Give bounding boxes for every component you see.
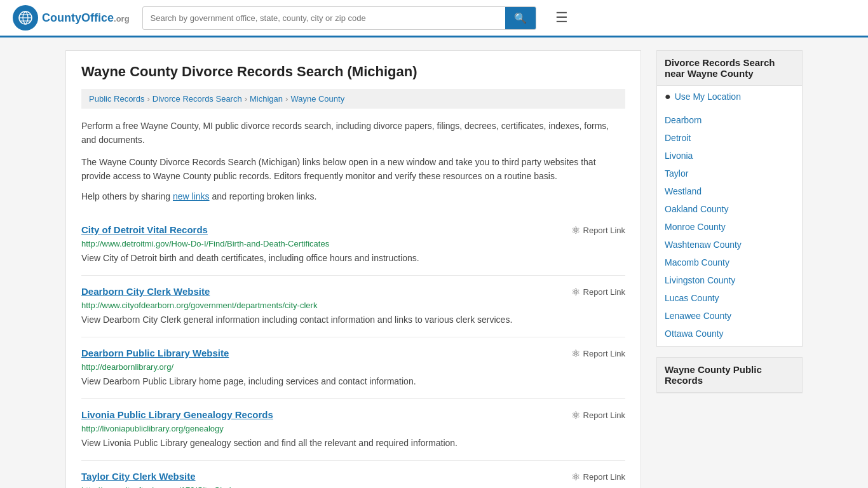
sidebar-nearby-link-1[interactable]: Detroit: [665, 133, 691, 143]
report-link-label: Report Link: [583, 287, 625, 297]
result-item: Dearborn Public Library Website ⚛ Report…: [81, 337, 625, 399]
sidebar-nearby-item-2[interactable]: Livonia: [657, 147, 802, 165]
breadcrumb-sep: ›: [147, 94, 149, 104]
report-icon: ⚛: [571, 224, 580, 236]
report-icon: ⚛: [571, 471, 580, 483]
site-logo[interactable]: CountyOffice.org: [13, 5, 130, 30]
new-links-link[interactable]: new links: [173, 191, 210, 201]
result-header: Taylor City Clerk Website ⚛ Report Link: [81, 471, 625, 483]
nearby-box: Divorce Records Search near Wayne County…: [656, 50, 803, 347]
page-title: Wayne County Divorce Records Search (Mic…: [81, 64, 625, 80]
result-url-4[interactable]: http://www.cityoftaylor.com/179/City-Cle…: [81, 485, 625, 488]
sidebar-nearby-link-7[interactable]: Washtenaw County: [665, 240, 742, 250]
report-link-label: Report Link: [583, 472, 625, 482]
sidebar-nearby-link-8[interactable]: Macomb County: [665, 257, 729, 268]
use-location-btn[interactable]: ● Use My Location: [657, 86, 802, 107]
report-link-label: Report Link: [583, 349, 625, 358]
breadcrumb-divorce-records[interactable]: Divorce Records Search: [153, 94, 242, 104]
sidebar-nearby-title: Divorce Records Search near Wayne County: [657, 51, 802, 86]
breadcrumb-michigan[interactable]: Michigan: [250, 94, 283, 104]
description1: Perform a free Wayne County, MI public d…: [81, 119, 625, 147]
sidebar-nearby-link-12[interactable]: Ottawa County: [665, 329, 724, 339]
logo-text: CountyOffice.org: [42, 11, 130, 25]
result-desc-3: View Livonia Public Library genealogy se…: [81, 437, 625, 450]
sidebar-nearby-item-3[interactable]: Taylor: [657, 165, 802, 182]
result-item: Dearborn City Clerk Website ⚛ Report Lin…: [81, 276, 625, 337]
result-title-3[interactable]: Livonia Public Library Genealogy Records: [81, 409, 273, 420]
sidebar-nearby-item-4[interactable]: Westland: [657, 182, 802, 200]
sidebar-nearby-link-10[interactable]: Lucas County: [665, 293, 719, 303]
sidebar-nearby-item-10[interactable]: Lucas County: [657, 289, 802, 307]
result-title-0[interactable]: City of Detroit Vital Records: [81, 224, 208, 235]
sidebar-nearby-link-2[interactable]: Livonia: [665, 151, 693, 161]
sidebar-nearby-link-3[interactable]: Taylor: [665, 168, 688, 179]
result-url-1[interactable]: http://www.cityofdearborn.org/government…: [81, 301, 625, 310]
use-location-label: Use My Location: [675, 92, 741, 102]
sidebar-nearby-link-9[interactable]: Livingston County: [665, 275, 735, 285]
logo-icon: [13, 5, 38, 30]
report-link-button-2[interactable]: ⚛ Report Link: [571, 348, 625, 360]
report-icon: ⚛: [571, 409, 580, 421]
report-link-button-0[interactable]: ⚛ Report Link: [571, 224, 625, 236]
result-item: Taylor City Clerk Website ⚛ Report Link …: [81, 461, 625, 488]
report-link-button-3[interactable]: ⚛ Report Link: [571, 409, 625, 421]
sidebar-nearby-item-6[interactable]: Monroe County: [657, 218, 802, 236]
breadcrumb-public-records[interactable]: Public Records: [89, 94, 144, 104]
result-url-2[interactable]: http://dearbornlibrary.org/: [81, 362, 625, 372]
hamburger-menu-button[interactable]: ☰: [555, 10, 568, 26]
result-title-2[interactable]: Dearborn Public Library Website: [81, 348, 229, 358]
result-desc-0: View City of Detroit birth and death cer…: [81, 252, 625, 265]
result-header: Dearborn City Clerk Website ⚛ Report Lin…: [81, 286, 625, 298]
sidebar-nearby-item-11[interactable]: Lenawee County: [657, 307, 802, 325]
search-button[interactable]: 🔍: [505, 7, 536, 29]
result-header: Dearborn Public Library Website ⚛ Report…: [81, 348, 625, 360]
sidebar-nearby-item-8[interactable]: Macomb County: [657, 254, 802, 271]
result-title-4[interactable]: Taylor City Clerk Website: [81, 471, 196, 482]
report-link-button-1[interactable]: ⚛ Report Link: [571, 286, 625, 298]
results-list: City of Detroit Vital Records ⚛ Report L…: [81, 214, 625, 488]
site-header: CountyOffice.org 🔍 ☰: [0, 0, 868, 37]
result-title-1[interactable]: Dearborn City Clerk Website: [81, 286, 210, 297]
search-bar: 🔍: [142, 6, 536, 30]
description2: The Wayne County Divorce Records Search …: [81, 155, 625, 184]
breadcrumb-sep3: ›: [285, 94, 288, 104]
breadcrumb-sep2: ›: [245, 94, 247, 104]
report-link-label: Report Link: [583, 410, 625, 420]
report-link-button-4[interactable]: ⚛ Report Link: [571, 471, 625, 483]
breadcrumb-wayne-county[interactable]: Wayne County: [290, 94, 344, 104]
result-desc-1: View Dearborn City Clerk general informa…: [81, 313, 625, 327]
result-header: City of Detroit Vital Records ⚛ Report L…: [81, 224, 625, 236]
sidebar-nearby-link-11[interactable]: Lenawee County: [665, 311, 731, 321]
sidebar-nearby-item-12[interactable]: Ottawa County: [657, 325, 802, 342]
result-item: Livonia Public Library Genealogy Records…: [81, 399, 625, 461]
result-desc-2: View Dearborn Public Library home page, …: [81, 375, 625, 388]
result-item: City of Detroit Vital Records ⚛ Report L…: [81, 214, 625, 276]
sidebar-nearby-link-5[interactable]: Oakland County: [665, 204, 728, 214]
location-icon: ●: [665, 91, 671, 102]
breadcrumb: Public Records › Divorce Records Search …: [81, 89, 625, 109]
report-icon: ⚛: [571, 286, 580, 298]
main-container: Wayne County Divorce Records Search (Mic…: [53, 50, 815, 488]
sidebar-nearby-link-4[interactable]: Westland: [665, 186, 702, 196]
report-icon: ⚛: [571, 348, 580, 360]
help-text-after: and reporting broken links.: [210, 191, 317, 201]
result-url-3[interactable]: http://livoniapubliclibrary.org/genealog…: [81, 424, 625, 433]
sidebar-public-records-title: Wayne County Public Records: [657, 358, 802, 393]
sidebar-nearby-item-9[interactable]: Livingston County: [657, 271, 802, 289]
sidebar-nearby-item-5[interactable]: Oakland County: [657, 200, 802, 218]
sidebar-nearby-link-6[interactable]: Monroe County: [665, 222, 726, 232]
sidebar: Divorce Records Search near Wayne County…: [656, 50, 803, 488]
result-url-0[interactable]: http://www.detroitmi.gov/How-Do-I/Find/B…: [81, 239, 625, 248]
search-input[interactable]: [143, 8, 505, 28]
help-text-before: Help others by sharing: [81, 191, 173, 201]
content-area: Wayne County Divorce Records Search (Mic…: [65, 50, 641, 488]
sidebar-nearby-item-0[interactable]: Dearborn: [657, 111, 802, 129]
result-header: Livonia Public Library Genealogy Records…: [81, 409, 625, 421]
sidebar-nearby-item-7[interactable]: Washtenaw County: [657, 236, 802, 254]
nearby-list: DearbornDetroitLivoniaTaylorWestlandOakl…: [657, 107, 802, 346]
sidebar-nearby-item-1[interactable]: Detroit: [657, 129, 802, 147]
report-link-label: Report Link: [583, 226, 625, 235]
public-records-box: Wayne County Public Records: [656, 357, 803, 393]
sidebar-nearby-link-0[interactable]: Dearborn: [665, 115, 702, 125]
help-text: Help others by sharing new links and rep…: [81, 191, 625, 201]
